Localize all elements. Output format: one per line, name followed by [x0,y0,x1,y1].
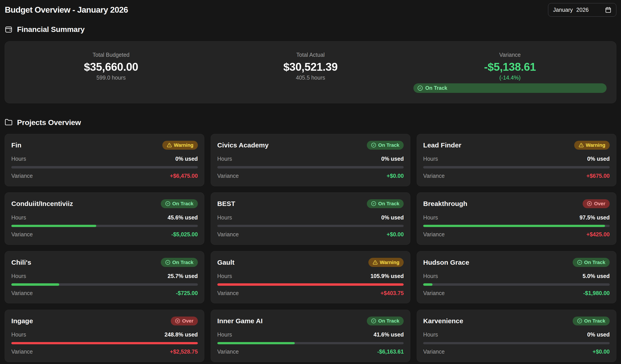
alert-triangle-icon [167,143,172,148]
variance-label: Variance [217,348,239,355]
hours-row: Hours 5.0% used [423,273,610,279]
project-variance-value: +$6,475.00 [170,172,198,179]
total-budgeted-col: Total Budgeted $35,660.00 599.0 hours [14,51,207,93]
project-status-label: On Track [584,260,605,265]
hours-used-value: 45.6% used [168,214,198,221]
variance-row: Variance -$725.00 [11,290,198,296]
hours-progress-bar [11,166,198,168]
calendar-icon[interactable] [605,7,611,13]
project-variance-value: +$403.75 [380,290,404,296]
hours-label: Hours [11,331,26,338]
hours-label: Hours [423,214,438,221]
variance-row: Variance +$403.75 [217,290,404,296]
project-card: Chili's On Track Hours 25.7% used Varian… [5,251,204,303]
hours-used-value: 25.7% used [168,273,198,279]
project-status-badge: On Track [367,199,404,208]
project-status-badge: On Track [367,316,404,325]
hours-progress-fill [423,225,605,227]
hours-used-value: 0% used [381,214,404,221]
project-card: Lead Finder Warning Hours 0% used Varian… [417,134,616,186]
project-name: Ingage [11,317,33,325]
project-card: Civics Academy On Track Hours 0% used Va… [211,134,410,186]
variance-row: Variance -$1,980.00 [423,290,610,296]
project-variance-value: -$725.00 [176,290,198,296]
check-circle-icon [577,260,582,265]
hours-used-value: 41.6% used [374,331,404,338]
variance-row: Variance -$6,163.61 [217,348,404,355]
hours-progress-bar [423,225,610,227]
project-status-badge: Warning [574,141,610,150]
project-status-label: Warning [174,142,193,148]
hours-label: Hours [217,331,232,338]
hours-label: Hours [423,155,438,162]
variance-row: Variance +$425.00 [423,231,610,238]
project-card: Inner Game AI On Track Hours 41.6% used … [211,310,410,362]
project-status-label: On Track [378,142,399,148]
project-variance-value: +$675.00 [586,172,610,179]
project-variance-value: -$1,980.00 [583,290,610,296]
hours-row: Hours 0% used [217,214,404,221]
project-name: Inner Game AI [217,317,263,325]
project-card-header: Chili's On Track [11,258,198,267]
overall-status-pill: On Track [414,83,607,93]
wallet-icon [5,25,13,33]
hours-row: Hours 0% used [217,155,404,162]
hours-label: Hours [423,331,438,338]
hours-progress-bar [217,283,404,286]
project-status-label: On Track [172,260,194,265]
variance-label: Variance [423,348,445,355]
hours-progress-bar [217,225,404,227]
month-picker[interactable]: January 2026 [548,3,616,17]
project-status-badge: Over [171,316,198,325]
hours-row: Hours 45.6% used [11,214,198,221]
total-actual-col: Total Actual $30,521.39 405.5 hours [214,51,407,93]
variance-label: Variance [11,348,33,355]
hours-progress-bar [217,342,404,345]
hours-row: Hours 105.9% used [217,273,404,279]
variance-row: Variance +$0.00 [217,172,404,179]
project-variance-value: +$2,528.75 [170,348,198,355]
project-card-header: Civics Academy On Track [217,140,404,150]
project-name: Gault [217,259,235,266]
project-card-header: Karvenience On Track [423,316,610,326]
total-actual-hours: 405.5 hours [214,74,407,82]
project-status-badge: Over [583,199,610,208]
project-card-header: BEST On Track [217,199,404,209]
project-status-label: Over [594,201,605,207]
project-status-label: Warning [586,142,605,148]
page-title: Budget Overview - January 2026 [5,5,128,15]
total-budgeted-label: Total Budgeted [14,51,207,59]
project-card: Conduiit/Incentiviiz On Track Hours 45.6… [5,192,204,245]
hours-label: Hours [217,155,232,162]
hours-progress-fill [423,283,432,286]
project-variance-value: +$0.00 [593,348,610,355]
hours-label: Hours [11,214,26,221]
projects-overview-heading: Projects Overview [5,118,616,127]
alert-triangle-icon [373,260,378,265]
project-variance-value: -$6,163.61 [377,348,404,355]
project-status-badge: Warning [368,258,404,267]
hours-used-value: 97.5% used [580,214,610,221]
overall-status-label: On Track [425,85,447,91]
project-card: Ingage Over Hours 248.8% used Variance +… [5,310,204,362]
hours-row: Hours 41.6% used [217,331,404,338]
x-circle-icon [587,201,592,206]
project-card-header: Breakthrough Over [423,199,610,209]
project-name: Lead Finder [423,141,461,149]
project-card: Hudson Grace On Track Hours 5.0% used Va… [417,251,616,303]
hours-row: Hours 248.8% used [11,331,198,338]
project-card: Karvenience On Track Hours 0% used Varia… [417,310,616,362]
x-circle-icon [175,318,180,323]
project-status-badge: On Track [573,258,610,267]
hours-used-value: 5.0% used [583,273,610,279]
project-card-header: Gault Warning [217,258,404,267]
variance-label: Variance [217,172,239,179]
hours-label: Hours [423,273,438,279]
financial-summary-title: Financial Summary [17,25,85,34]
variance-label: Variance [423,231,445,238]
budget-overview-page: Budget Overview - January 2026 January 2… [0,0,621,362]
hours-label: Hours [217,214,232,221]
project-card-header: Hudson Grace On Track [423,258,610,267]
hours-row: Hours 25.7% used [11,273,198,279]
hours-used-value: 0% used [381,155,404,162]
